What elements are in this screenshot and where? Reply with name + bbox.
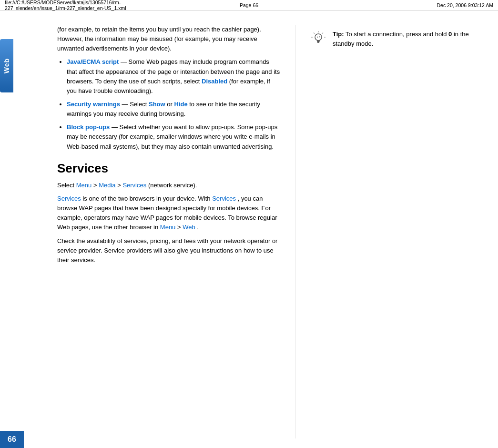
security-text1: — Select bbox=[122, 101, 149, 108]
web-tab: Web bbox=[0, 39, 13, 92]
web-link: Web bbox=[183, 224, 195, 231]
sidebar-tab-label: Web bbox=[3, 58, 10, 73]
java-link: Java/ECMA script bbox=[67, 58, 119, 65]
page-indicator: Page 66 bbox=[168, 2, 331, 8]
file-path: file:///C:/USERS/MODEServer/lkatajis/130… bbox=[5, 0, 168, 11]
sep1: > bbox=[93, 182, 99, 189]
list-item-security: Security warnings — Select Show or Hide … bbox=[67, 100, 281, 119]
bullet-list: Java/ECMA script — Some Web pages may in… bbox=[57, 57, 281, 151]
svg-rect-8 bbox=[317, 42, 319, 43]
disabled-link: Disabled bbox=[202, 78, 227, 85]
svg-line-3 bbox=[314, 33, 315, 34]
left-column: (for example, to retain the items you bu… bbox=[48, 25, 295, 438]
tip-content: Tip: To start a connection, press and ho… bbox=[333, 30, 484, 49]
media-link: Media bbox=[99, 182, 115, 189]
menu-link: Menu bbox=[76, 182, 92, 189]
content-area: (for example, to retain the items you bu… bbox=[48, 10, 498, 448]
desc-para2: Check the availability of services, pric… bbox=[57, 236, 281, 265]
page-number-box: 66 bbox=[0, 431, 24, 448]
tip-icon bbox=[310, 30, 327, 47]
page-number: 66 bbox=[8, 435, 16, 444]
svg-line-1 bbox=[322, 33, 323, 34]
section-heading: Services bbox=[57, 161, 281, 176]
main-layout: Web 66 (for example, to retain the items… bbox=[0, 10, 498, 448]
blockpopups-link: Block pop-ups bbox=[67, 123, 110, 131]
hide-link: Hide bbox=[174, 101, 187, 108]
services-link1: Services bbox=[57, 195, 81, 202]
tip-text1: To start a connection, press and hold bbox=[346, 31, 448, 38]
sep2: > bbox=[117, 182, 122, 189]
show-link: Show bbox=[149, 101, 165, 108]
svg-rect-6 bbox=[317, 41, 320, 41]
desc-text3: . bbox=[197, 224, 199, 231]
lightbulb-icon bbox=[311, 31, 326, 46]
tip-label: Tip: bbox=[333, 31, 344, 38]
select-text: Select bbox=[57, 182, 76, 189]
nav-end: (network service). bbox=[148, 182, 197, 189]
tip-box: Tip: To start a connection, press and ho… bbox=[310, 30, 484, 49]
services-link: Services bbox=[122, 182, 146, 189]
menu-link2: Menu bbox=[160, 224, 176, 231]
intro-paragraph: (for example, to retain the items you bu… bbox=[57, 25, 281, 53]
intro-text: (for example, to retain the items you bu… bbox=[57, 26, 261, 52]
nav-line: Select Menu > Media > Services (network … bbox=[57, 181, 281, 190]
security-or: or bbox=[167, 101, 174, 108]
desc-text1: is one of the two browsers in your devic… bbox=[82, 195, 212, 202]
sidebar: Web 66 bbox=[0, 10, 48, 448]
desc-para1: Services is one of the two browsers in y… bbox=[57, 194, 281, 233]
services-link2: Services bbox=[212, 195, 236, 202]
timestamp: Dec 20, 2006 9:03:12 AM bbox=[330, 2, 493, 8]
desc-sep: > bbox=[177, 224, 183, 231]
svg-rect-7 bbox=[317, 41, 320, 42]
security-link: Security warnings bbox=[67, 101, 120, 108]
tip-key: 0 bbox=[448, 31, 452, 38]
list-item-popup: Block pop-ups — Select whether you want … bbox=[67, 122, 281, 151]
list-item-java: Java/ECMA script — Some Web pages may in… bbox=[67, 57, 281, 96]
right-column: Tip: To start a connection, press and ho… bbox=[295, 25, 498, 438]
svg-point-5 bbox=[315, 34, 322, 41]
top-bar: file:///C:/USERS/MODEServer/lkatajis/130… bbox=[0, 0, 498, 10]
